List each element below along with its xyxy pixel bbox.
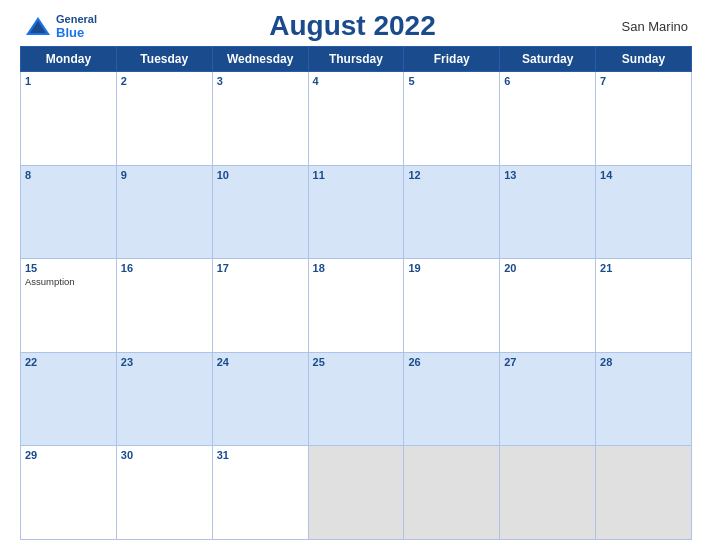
calendar-day: 10 (212, 165, 308, 259)
day-number: 23 (121, 356, 208, 368)
calendar-day: 7 (596, 72, 692, 166)
day-number: 5 (408, 75, 495, 87)
day-number: 25 (313, 356, 400, 368)
day-number: 18 (313, 262, 400, 274)
day-number: 16 (121, 262, 208, 274)
month-title: August 2022 (97, 10, 608, 42)
calendar-day: 3 (212, 72, 308, 166)
calendar-day: 22 (21, 352, 117, 446)
calendar-day: 29 (21, 446, 117, 540)
day-number: 26 (408, 356, 495, 368)
calendar-day: 17 (212, 259, 308, 353)
calendar-day (500, 446, 596, 540)
calendar-day: 14 (596, 165, 692, 259)
calendar-day: 15Assumption (21, 259, 117, 353)
calendar-day: 31 (212, 446, 308, 540)
day-number: 27 (504, 356, 591, 368)
calendar-day: 24 (212, 352, 308, 446)
weekday-friday: Friday (404, 47, 500, 72)
weekday-saturday: Saturday (500, 47, 596, 72)
calendar-table: Monday Tuesday Wednesday Thursday Friday… (20, 46, 692, 540)
calendar-day (308, 446, 404, 540)
day-number: 6 (504, 75, 591, 87)
calendar-day: 13 (500, 165, 596, 259)
day-number: 7 (600, 75, 687, 87)
calendar-week-row: 1234567 (21, 72, 692, 166)
day-number: 24 (217, 356, 304, 368)
day-number: 19 (408, 262, 495, 274)
calendar-day: 2 (116, 72, 212, 166)
day-number: 21 (600, 262, 687, 274)
day-number: 15 (25, 262, 112, 274)
day-number: 4 (313, 75, 400, 87)
day-number: 12 (408, 169, 495, 181)
calendar-day: 8 (21, 165, 117, 259)
weekday-tuesday: Tuesday (116, 47, 212, 72)
calendar-week-row: 22232425262728 (21, 352, 692, 446)
logo-general-text: General (56, 13, 97, 25)
day-number: 31 (217, 449, 304, 461)
weekday-wednesday: Wednesday (212, 47, 308, 72)
country-label: San Marino (608, 19, 688, 34)
day-number: 8 (25, 169, 112, 181)
weekday-header-row: Monday Tuesday Wednesday Thursday Friday… (21, 47, 692, 72)
calendar-day: 11 (308, 165, 404, 259)
day-number: 17 (217, 262, 304, 274)
calendar-day: 26 (404, 352, 500, 446)
day-number: 29 (25, 449, 112, 461)
event-label: Assumption (25, 276, 112, 287)
day-number: 28 (600, 356, 687, 368)
calendar-day: 19 (404, 259, 500, 353)
calendar-week-row: 293031 (21, 446, 692, 540)
weekday-sunday: Sunday (596, 47, 692, 72)
logo: General Blue (24, 13, 97, 40)
calendar-header: General Blue August 2022 San Marino (20, 10, 692, 42)
day-number: 1 (25, 75, 112, 87)
calendar-week-row: 15Assumption161718192021 (21, 259, 692, 353)
weekday-monday: Monday (21, 47, 117, 72)
calendar-day: 16 (116, 259, 212, 353)
calendar-week-row: 891011121314 (21, 165, 692, 259)
calendar-day: 25 (308, 352, 404, 446)
day-number: 20 (504, 262, 591, 274)
logo-blue-text: Blue (56, 25, 97, 40)
day-number: 3 (217, 75, 304, 87)
calendar-day: 18 (308, 259, 404, 353)
calendar-day: 21 (596, 259, 692, 353)
calendar-day: 30 (116, 446, 212, 540)
day-number: 22 (25, 356, 112, 368)
calendar-day: 23 (116, 352, 212, 446)
calendar-day: 12 (404, 165, 500, 259)
calendar-day: 27 (500, 352, 596, 446)
calendar-day: 9 (116, 165, 212, 259)
calendar-day: 5 (404, 72, 500, 166)
calendar-day: 4 (308, 72, 404, 166)
day-number: 10 (217, 169, 304, 181)
calendar-day (404, 446, 500, 540)
calendar-day (596, 446, 692, 540)
day-number: 11 (313, 169, 400, 181)
calendar-day: 6 (500, 72, 596, 166)
day-number: 9 (121, 169, 208, 181)
day-number: 2 (121, 75, 208, 87)
day-number: 13 (504, 169, 591, 181)
calendar-day: 20 (500, 259, 596, 353)
calendar-day: 28 (596, 352, 692, 446)
day-number: 30 (121, 449, 208, 461)
generalblue-logo-icon (24, 15, 52, 37)
day-number: 14 (600, 169, 687, 181)
calendar-day: 1 (21, 72, 117, 166)
weekday-thursday: Thursday (308, 47, 404, 72)
